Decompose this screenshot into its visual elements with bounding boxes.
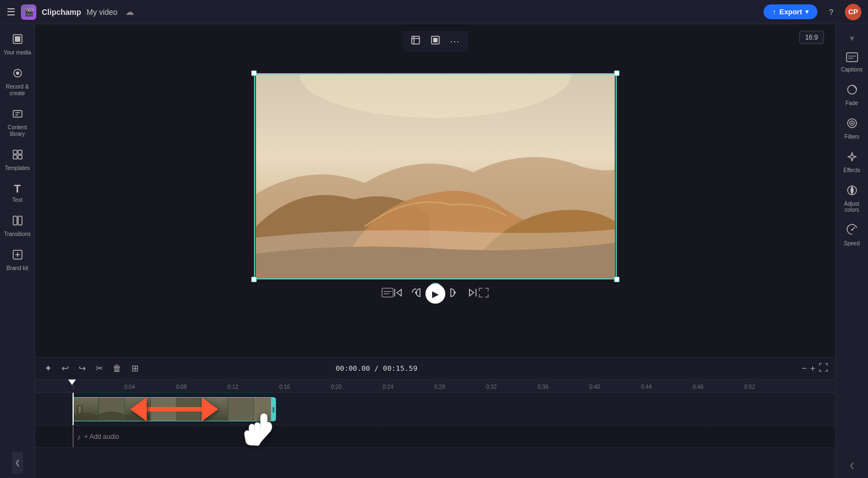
redo-button[interactable]: ↪ (76, 361, 89, 375)
left-sidebar: Your media Record &create Contentlibrary… (0, 24, 35, 478)
ruler-mark-20: 0:20 (331, 382, 383, 390)
layout-button[interactable] (427, 34, 443, 49)
right-sidebar: ▾ Captions Fade Filters Effects (835, 24, 868, 478)
svg-rect-29 (202, 398, 228, 421)
right-sidebar-down-chevron[interactable]: ▾ (848, 31, 856, 46)
right-sidebar-collapse-button[interactable]: ❮ (845, 457, 859, 474)
right-sidebar-item-fade[interactable]: Fade (836, 79, 868, 111)
fade-label: Fade (845, 100, 858, 106)
forward-button[interactable] (445, 285, 464, 303)
svg-rect-12 (18, 216, 22, 225)
sidebar-collapse-button[interactable]: ❮ (12, 452, 23, 474)
speed-icon (846, 224, 858, 239)
right-sidebar-item-speed[interactable]: Speed (836, 219, 868, 251)
ruler-mark-16: 0:16 (279, 382, 331, 390)
svg-rect-7 (13, 150, 17, 154)
svg-point-42 (851, 229, 853, 231)
sidebar-item-record-create[interactable]: Record &create (0, 63, 35, 101)
filters-icon (846, 117, 858, 132)
sidebar-item-brand-kit[interactable]: Brand kit (0, 244, 35, 276)
add-audio-button[interactable]: ♪ + Add audio (73, 430, 124, 443)
resize-handle-top-left[interactable] (251, 70, 257, 76)
crop-button[interactable] (407, 34, 423, 49)
sidebar-item-templates[interactable]: Templates (0, 144, 35, 176)
speed-label: Speed (844, 240, 860, 246)
user-avatar[interactable]: CP (845, 4, 861, 20)
video-preview-area: ··· 16:9 (35, 24, 835, 357)
svg-rect-27 (151, 398, 176, 421)
captions-label: Captions (841, 67, 863, 73)
audio-playhead-line (73, 426, 74, 447)
text-icon: T (14, 183, 20, 195)
more-options-button[interactable]: ··· (447, 34, 462, 49)
zoom-in-button[interactable]: + (810, 362, 815, 375)
app-logo: 🎬 (21, 4, 36, 20)
brand-kit-icon (12, 249, 24, 263)
music-note-icon: ♪ (77, 432, 81, 441)
fullscreen-button[interactable] (475, 285, 493, 303)
resize-handle-bottom-left[interactable] (251, 277, 257, 282)
video-track-row: ‖ Aerial view of desert (35, 393, 835, 426)
sidebar-item-label-templates: Templates (5, 165, 30, 172)
subtitles-button[interactable] (378, 285, 397, 303)
resize-handle-top-right[interactable] (614, 70, 620, 76)
adjust-colors-label: Adjustcolors (844, 201, 860, 213)
adjust-colors-icon (846, 184, 858, 199)
zoom-out-button[interactable]: − (801, 362, 806, 375)
rewind-button[interactable] (407, 285, 425, 303)
svg-rect-19 (382, 288, 393, 297)
sidebar-item-label-transitions: Transitions (4, 231, 31, 238)
fade-icon (846, 84, 858, 98)
templates-icon (12, 149, 24, 163)
hand-cursor-overlay (244, 409, 277, 453)
right-sidebar-item-captions[interactable]: Captions (836, 48, 868, 77)
magnet-tool-button[interactable]: ✦ (42, 361, 54, 375)
sidebar-item-label-text: Text (12, 197, 22, 204)
fit-timeline-button[interactable] (819, 362, 828, 375)
right-sidebar-item-filters[interactable]: Filters (836, 113, 868, 144)
hamburger-icon[interactable]: ☰ (7, 6, 15, 18)
playhead-indicator (68, 380, 76, 385)
svg-rect-9 (13, 155, 17, 159)
svg-point-40 (851, 123, 853, 124)
svg-point-23 (454, 292, 456, 294)
project-name[interactable]: My video (87, 8, 118, 17)
sidebar-item-text[interactable]: T Text (0, 178, 35, 208)
delete-button[interactable]: 🗑 (110, 362, 124, 375)
cut-button[interactable]: ✂ (93, 361, 106, 375)
svg-rect-16 (433, 38, 437, 42)
video-toolbar: ··· (402, 31, 468, 52)
captions-icon (846, 52, 858, 65)
help-button[interactable]: ? (823, 4, 839, 20)
ruler-mark-24: 0:24 (383, 382, 434, 390)
svg-rect-10 (18, 155, 22, 159)
timeline-toolbar: ✦ ↩ ↪ ✂ 🗑 ⊞ 00:00.00 / 00:15.59 − + (35, 358, 835, 380)
right-sidebar-item-adjust-colors[interactable]: Adjustcolors (836, 180, 868, 217)
cloud-sync-icon: ☁ (125, 7, 134, 17)
sidebar-item-content-library[interactable]: Contentlibrary (0, 103, 35, 142)
center-area: ··· 16:9 (35, 24, 835, 478)
export-label: Export (779, 8, 802, 16)
video-canvas[interactable] (254, 73, 617, 279)
effects-icon (846, 151, 858, 166)
topbar-left: ☰ 🎬 Clipchamp My video ☁ (7, 4, 134, 20)
resize-handle-bottom-right[interactable] (614, 277, 620, 282)
topbar: ☰ 🎬 Clipchamp My video ☁ ↑ Export ▾ ? CP (0, 0, 868, 24)
play-button[interactable]: ▶ (425, 284, 445, 304)
add-audio-label: + Add audio (84, 433, 119, 441)
add-clip-button[interactable]: ⊞ (129, 361, 141, 375)
svg-point-3 (16, 72, 19, 75)
sidebar-item-your-media[interactable]: Your media (0, 29, 35, 61)
svg-point-22 (415, 292, 417, 294)
transitions-icon (12, 215, 24, 229)
undo-button[interactable]: ↩ (59, 361, 71, 375)
ruler-mark-52: 0:52 (744, 382, 796, 390)
time-display: 00:00.00 / 00:15.59 (336, 364, 418, 372)
right-sidebar-item-effects[interactable]: Effects (836, 146, 868, 178)
sidebar-item-label-brand-kit: Brand kit (7, 265, 28, 272)
sidebar-item-transitions[interactable]: Transitions (0, 210, 35, 242)
timeline-ruler: | 0:04 0:08 0:12 0:16 0:20 0:24 0:28 0:3… (35, 380, 835, 393)
aspect-ratio-button[interactable]: 16:9 (799, 31, 824, 44)
app-title: Clipchamp (42, 8, 81, 17)
export-button[interactable]: ↑ Export ▾ (764, 4, 817, 19)
